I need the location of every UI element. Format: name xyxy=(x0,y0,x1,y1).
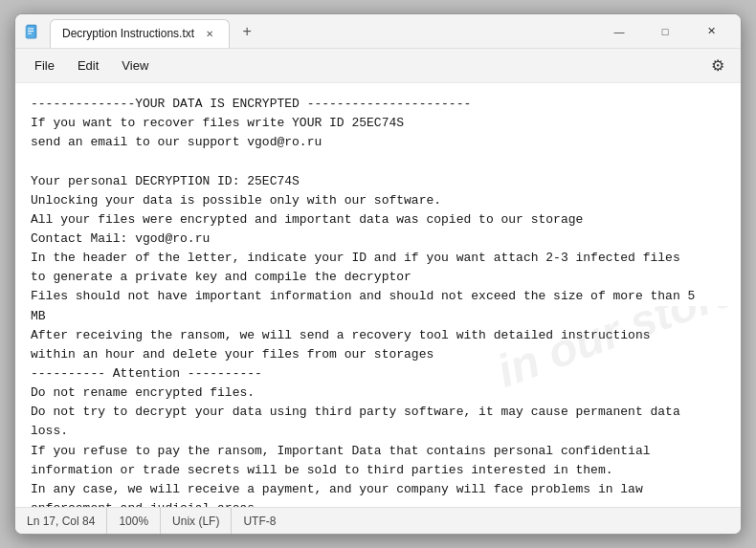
text-editor[interactable]: --------------YOUR DATA IS ENCRYPTED ---… xyxy=(15,83,741,507)
title-bar: Decryption Instructions.txt ✕ + — □ ✕ xyxy=(15,14,741,49)
status-bar: Ln 17, Col 84 100% Unix (LF) UTF-8 xyxy=(15,507,741,534)
svg-rect-1 xyxy=(26,26,35,38)
active-tab[interactable]: Decryption Instructions.txt ✕ xyxy=(50,19,230,48)
notepad-window: Decryption Instructions.txt ✕ + — □ ✕ Fi… xyxy=(14,13,742,535)
menu-bar: File Edit View ⚙ xyxy=(15,49,741,83)
menu-view[interactable]: View xyxy=(110,55,160,77)
app-icon xyxy=(23,22,42,41)
close-button[interactable]: ✕ xyxy=(689,16,733,47)
content-area: --------------YOUR DATA IS ENCRYPTED ---… xyxy=(15,83,741,507)
line-ending: Unix (LF) xyxy=(161,508,232,534)
menu-file[interactable]: File xyxy=(23,55,66,77)
menu-right: ⚙ xyxy=(702,51,733,81)
tab-area: Decryption Instructions.txt ✕ + xyxy=(50,14,597,48)
tab-label: Decryption Instructions.txt xyxy=(62,27,194,40)
encoding: UTF-8 xyxy=(232,508,287,534)
zoom-level: 100% xyxy=(107,508,161,534)
menu-edit[interactable]: Edit xyxy=(66,55,110,77)
window-controls: — □ ✕ xyxy=(597,16,733,47)
cursor-position: Ln 17, Col 84 xyxy=(27,508,107,534)
minimize-button[interactable]: — xyxy=(597,16,641,47)
tab-close-button[interactable]: ✕ xyxy=(202,26,217,41)
new-tab-button[interactable]: + xyxy=(233,18,260,45)
settings-icon[interactable]: ⚙ xyxy=(702,51,733,81)
maximize-button[interactable]: □ xyxy=(643,16,687,47)
